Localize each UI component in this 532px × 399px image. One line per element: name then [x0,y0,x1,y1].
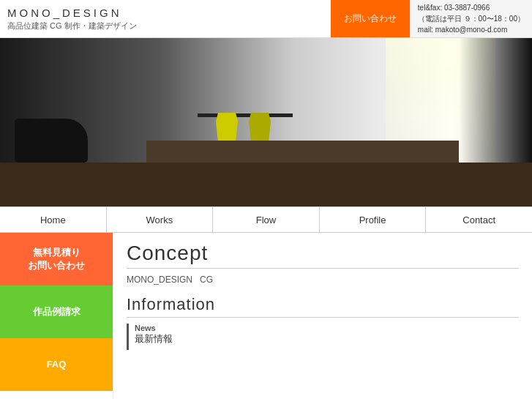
info-divider [127,317,519,318]
concept-divider [127,268,519,269]
nav-home[interactable]: Home [0,207,107,232]
contact-info: tel&fax: 03-3887-0966 （電話は平日 ９：00〜18：00）… [410,0,532,37]
mail: mail: makoto@mono-d.com [418,24,525,35]
tel-fax: tel&fax: 03-3887-0966 [418,2,525,13]
logo: MONO_DESIGN [7,7,323,19]
news-text: 最新情報 [135,332,173,346]
portfolio-request-button[interactable]: 作品例請求 [0,286,113,338]
hours: （電話は平日 ９：00〜18：00） [418,13,525,24]
news-section: News 最新情報 [127,324,519,350]
nav-works[interactable]: Works [107,207,214,232]
free-estimate-button[interactable]: 無料見積り お問い合わせ [0,233,113,286]
nav-flow[interactable]: Flow [213,207,320,232]
tagline: 高品位建築 CG 制作・建築デザイン [7,20,323,31]
main-content: 無料見積り お問い合わせ 作品例請求 FAQ Concept MONO_DESI… [0,233,532,399]
info-title: Information [127,295,519,314]
header-left: MONO_DESIGN 高品位建築 CG 制作・建築デザイン [0,0,331,37]
news-border-bar [127,324,129,350]
sidebar: 無料見積り お問い合わせ 作品例請求 FAQ [0,233,113,399]
navigation: Home Works Flow Profile Contact [0,206,532,233]
hero-image [0,38,532,206]
news-content: News 最新情報 [135,324,173,346]
news-label: News [135,324,173,332]
faq-button[interactable]: FAQ [0,338,113,391]
concept-title: Concept [127,242,519,265]
nav-contact[interactable]: Contact [426,207,532,232]
concept-subtitle: MONO_DESIGN CG [127,275,519,285]
nav-profile[interactable]: Profile [320,207,427,232]
content-area: Concept MONO_DESIGN CG Information News … [113,233,532,399]
header: MONO_DESIGN 高品位建築 CG 制作・建築デザイン お問い合わせ te… [0,0,532,38]
contact-button[interactable]: お問い合わせ [331,0,410,37]
